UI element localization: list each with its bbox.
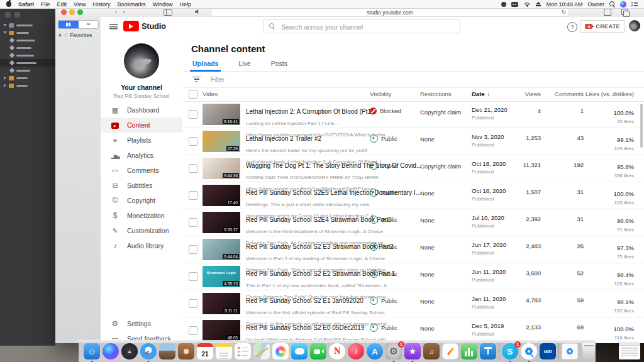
hamburger-menu-icon[interactable] xyxy=(109,24,118,30)
zoom-window-button[interactable] xyxy=(77,9,83,15)
row-checkbox[interactable] xyxy=(189,191,197,200)
bookmarks-tab-icon[interactable] xyxy=(58,21,79,28)
filter-icon[interactable] xyxy=(192,77,201,82)
sidebar-item[interactable]: Analytics xyxy=(101,148,182,163)
dock-skype-icon[interactable]: S1 xyxy=(502,343,518,359)
spotlight-icon[interactable] xyxy=(609,1,615,7)
menubar-item[interactable]: Edit xyxy=(57,1,67,8)
video-thumbnail[interactable]: 48:03 xyxy=(203,320,240,341)
row-checkbox[interactable] xyxy=(189,299,197,308)
dock-wd-icon[interactable]: WD xyxy=(540,343,556,359)
row-checkbox[interactable] xyxy=(189,110,197,119)
visibility-cell[interactable]: Public xyxy=(370,189,397,197)
row-checkbox[interactable] xyxy=(189,326,197,335)
notification-center-icon[interactable] xyxy=(631,2,638,7)
visibility-cell[interactable]: Public xyxy=(370,324,397,332)
wd-menulet-icon[interactable] xyxy=(511,2,518,7)
visibility-cell[interactable]: Blocked xyxy=(370,107,401,114)
video-thumbnail[interactable]: 17:40 xyxy=(203,185,240,206)
dock-pages-icon[interactable] xyxy=(442,343,458,359)
status-menulet-icon[interactable] xyxy=(501,2,506,7)
video-title[interactable]: Red Pill Sunday School S2 E1 Jan092020 xyxy=(246,297,364,304)
filter-input[interactable] xyxy=(209,75,338,84)
visibility-cell[interactable]: Public xyxy=(370,297,397,305)
audio-mute-icon[interactable] xyxy=(195,9,200,14)
sidebar-item[interactable]: Audio library xyxy=(101,238,182,253)
row-checkbox[interactable] xyxy=(189,164,197,173)
close-window-button[interactable] xyxy=(61,9,67,15)
menubar-item[interactable]: Bookmarks xyxy=(117,1,145,8)
visibility-cell[interactable]: Public xyxy=(370,162,397,170)
sidebar-item[interactable]: Monetization xyxy=(101,208,182,223)
menubar-item[interactable]: History xyxy=(92,1,110,8)
sidebar-item[interactable]: Content xyxy=(101,118,182,133)
eject-icon[interactable] xyxy=(536,2,541,6)
search-input[interactable] xyxy=(280,20,457,34)
header-video[interactable]: Video xyxy=(203,90,218,97)
dock-keynote-icon[interactable] xyxy=(480,343,496,359)
menubar-item[interactable]: Safari xyxy=(18,1,34,8)
video-title[interactable]: Lethal Injection 2 Trailer #2 xyxy=(246,135,321,142)
row-checkbox[interactable] xyxy=(189,218,197,227)
table-row[interactable]: 5:44:04 Red Pill Sunday School S2 E3 Str… xyxy=(182,236,644,263)
disclosure-triangle-icon[interactable] xyxy=(59,33,62,37)
minimized-window-thumbnail[interactable] xyxy=(619,343,640,359)
video-title[interactable]: Lethal Injection 2: A Corruption Of Bloo… xyxy=(246,108,373,115)
sidebar-toggle-icon[interactable] xyxy=(164,9,172,16)
share-icon[interactable] xyxy=(604,9,611,16)
window-controls[interactable] xyxy=(61,9,83,15)
dock-movfile-icon[interactable] xyxy=(562,343,578,359)
sidebar-segmented-control[interactable]: ∞ xyxy=(58,20,99,29)
content-tab[interactable]: Live xyxy=(237,60,252,71)
menubar-item[interactable]: Window xyxy=(152,1,172,8)
create-button[interactable]: CREATE xyxy=(580,20,625,33)
video-thumbnail[interactable]: 5:11:11 xyxy=(203,293,240,314)
siri-icon[interactable] xyxy=(620,1,626,8)
dock-photo-icon[interactable] xyxy=(159,343,175,359)
dock-messages-icon[interactable] xyxy=(291,343,308,359)
row-checkbox[interactable] xyxy=(189,137,197,146)
reload-icon[interactable]: ↻ xyxy=(561,9,566,15)
content-tab[interactable]: Posts xyxy=(270,60,289,71)
visibility-cell[interactable]: Public xyxy=(370,134,397,143)
row-checkbox[interactable] xyxy=(189,272,197,281)
row-checkbox[interactable] xyxy=(189,245,197,254)
dock-facetime-icon[interactable] xyxy=(310,343,326,359)
dock-photos-icon[interactable] xyxy=(272,343,289,359)
account-avatar[interactable] xyxy=(629,20,640,31)
menubar-item[interactable]: View xyxy=(74,1,86,8)
content-tab[interactable]: Uploads xyxy=(191,60,219,71)
minimize-window-button[interactable] xyxy=(69,9,75,15)
video-thumbnail[interactable]: 9:44:36 xyxy=(203,158,240,179)
table-row[interactable]: Strawman Logic 4:35:15 Red Pill Sunday S… xyxy=(182,263,644,290)
table-row[interactable]: 9:44:36 Wagging The Dog Pt 1: The Story … xyxy=(182,155,644,182)
reading-list-tab-icon[interactable]: ∞ xyxy=(79,21,99,28)
sidebar-item[interactable]: Playlists xyxy=(101,133,182,148)
table-row[interactable]: 17:40 Red Pill Sunday School S2E5 Lethal… xyxy=(182,182,644,209)
sidebar-item[interactable]: Customization xyxy=(101,223,182,238)
video-thumbnail[interactable]: 5:33:37 xyxy=(203,212,240,233)
scrollbar-thumb[interactable] xyxy=(640,104,643,148)
dock-imovie-icon[interactable] xyxy=(404,343,421,359)
sidebar-item[interactable]: Comments xyxy=(101,163,182,178)
video-thumbnail[interactable]: Strawman Logic 4:35:15 xyxy=(203,266,240,287)
menubar-user[interactable]: Owner xyxy=(587,1,604,8)
header-visibility[interactable]: Visibility xyxy=(370,90,391,97)
video-thumbnail[interactable]: 27:29 xyxy=(203,131,240,152)
table-row[interactable]: 48:03 Red Pill Sunday School S2 E0 05Dec… xyxy=(182,317,644,343)
video-thumbnail[interactable]: 5:44:04 xyxy=(203,239,240,260)
header-likes[interactable]: Likes (vs. dislikes) xyxy=(565,90,634,97)
channel-avatar[interactable] xyxy=(124,43,159,79)
dock-appstore-icon[interactable]: A xyxy=(367,343,383,359)
dock-maps-icon[interactable] xyxy=(253,343,270,359)
dock-garageband-icon[interactable] xyxy=(423,343,440,359)
menubar-item[interactable]: File xyxy=(41,1,50,8)
dock-numbers-icon[interactable] xyxy=(461,343,477,359)
header-date-sort[interactable]: Date xyxy=(472,90,490,97)
favorites-row[interactable]: ☆ Favorites xyxy=(59,32,92,38)
dock-finder-icon[interactable] xyxy=(84,343,100,359)
menubar-item[interactable]: Help xyxy=(179,1,191,8)
dock-calendar-icon[interactable]: 21 xyxy=(197,343,213,359)
dock-netflix-icon[interactable]: N xyxy=(329,343,345,359)
video-title[interactable]: Red Pill Sunday School S2 E0 05Dec2019 xyxy=(246,324,364,331)
